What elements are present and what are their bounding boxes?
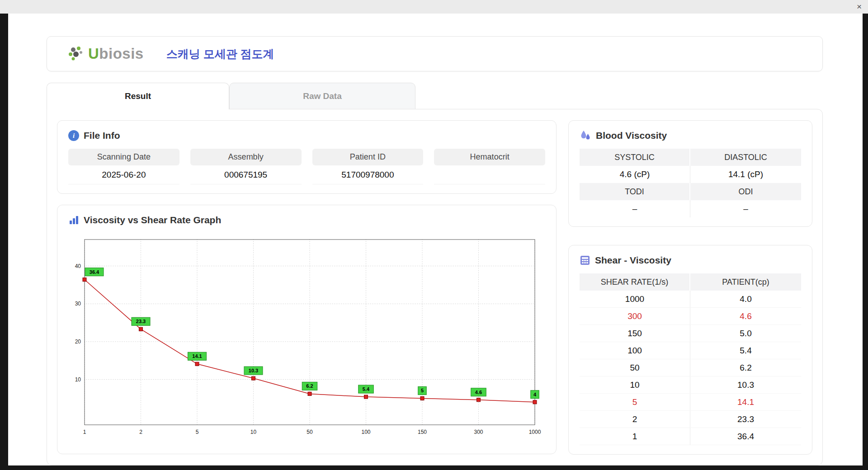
blood-viscosity-header-systolic: SYSTOLIC xyxy=(580,149,690,166)
patient-viscosity-cell: 14.1 xyxy=(690,394,801,410)
field-value: 2025-06-20 xyxy=(68,165,179,184)
shear-rate-cell: 2 xyxy=(580,411,690,428)
header-card: Ubiosis 스캐닝 모세관 점도계 xyxy=(47,36,823,71)
viscosity-chart: 125105010015030010001020304036.423.314.1… xyxy=(68,233,545,445)
blood-viscosity-header-row: TODIODI xyxy=(580,183,801,200)
svg-text:2: 2 xyxy=(139,429,142,435)
blood-viscosity-value: 14.1 (cP) xyxy=(690,166,801,183)
svg-text:20: 20 xyxy=(75,338,81,345)
patient-viscosity-cell: 4.6 xyxy=(690,308,801,324)
shear-rate-cell: 10 xyxy=(580,376,690,393)
svg-text:10: 10 xyxy=(250,429,257,435)
shear-rate-cell: 5 xyxy=(580,394,690,410)
table-row: 506.2 xyxy=(580,359,801,376)
tab-bar: Result Raw Data xyxy=(47,83,823,109)
blood-viscosity-value-row: 4.6 (cP)14.1 (cP) xyxy=(580,166,801,183)
shear-rate-cell: 1000 xyxy=(580,291,690,307)
graph-title: Viscosity vs Shear Rate Graph xyxy=(84,215,221,226)
data-point-marker xyxy=(420,396,424,400)
shear-rate-cell: 150 xyxy=(580,325,690,342)
patient-viscosity-cell: 36.4 xyxy=(690,428,801,445)
blood-viscosity-title-row: Blood Viscosity xyxy=(580,130,801,141)
logo-text: Ubiosis xyxy=(88,45,144,62)
column-header-patient-cp: PATIENT(cp) xyxy=(690,273,801,291)
table-row: 136.4 xyxy=(580,428,801,445)
svg-text:10: 10 xyxy=(75,376,81,383)
data-point-marker xyxy=(533,400,537,404)
svg-text:1000: 1000 xyxy=(529,429,541,435)
blood-viscosity-header-row: SYSTOLICDIASTOLIC xyxy=(580,149,801,166)
field-value: 000675195 xyxy=(190,165,302,184)
field-label: Assembly xyxy=(190,149,302,165)
patient-viscosity-cell: 5.0 xyxy=(690,325,801,342)
blood-viscosity-value: – xyxy=(580,200,690,217)
patient-viscosity-cell: 5.4 xyxy=(690,342,801,359)
data-point-marker xyxy=(195,362,199,366)
svg-text:5: 5 xyxy=(196,429,199,435)
table-row: 1505.0 xyxy=(580,325,801,342)
blood-droplet-icon xyxy=(580,130,591,141)
blood-viscosity-header-odi: ODI xyxy=(690,183,801,200)
file-info-card: i File Info Scanning Date2025-06-20Assem… xyxy=(57,120,557,194)
field-value xyxy=(434,165,545,184)
table-row: 1010.3 xyxy=(580,376,801,394)
ubiosis-logo: Ubiosis xyxy=(67,45,144,62)
graph-title-row: Viscosity vs Shear Rate Graph xyxy=(68,214,545,226)
table-row: 10004.0 xyxy=(580,291,801,308)
table-row: 3004.6 xyxy=(580,308,801,325)
close-icon[interactable]: × xyxy=(857,1,862,12)
patient-viscosity-cell: 23.3 xyxy=(690,411,801,428)
tab-raw-data[interactable]: Raw Data xyxy=(229,83,415,109)
svg-text:4: 4 xyxy=(533,392,537,397)
data-point-marker xyxy=(364,395,368,399)
info-icon: i xyxy=(68,130,79,141)
file-info-field-hematocrit: Hematocrit xyxy=(434,149,545,184)
app-window: Ubiosis 스캐닝 모세관 점도계 Result Raw Data i Fi… xyxy=(8,14,863,465)
file-info-field-scanning-date: Scanning Date2025-06-20 xyxy=(68,149,179,184)
data-point-marker xyxy=(139,327,143,331)
file-info-title-row: i File Info xyxy=(68,130,545,141)
table-row: 1005.4 xyxy=(580,342,801,359)
shear-viscosity-title-row: Shear - Viscosity xyxy=(580,254,801,266)
blood-viscosity-value: 4.6 (cP) xyxy=(580,166,690,183)
svg-text:30: 30 xyxy=(75,301,81,307)
shear-viscosity-table: SHEAR RATE(1/s)PATIENT(cp) 10004.03004.6… xyxy=(580,273,801,445)
table-row: 223.3 xyxy=(580,411,801,428)
blood-viscosity-title: Blood Viscosity xyxy=(596,130,667,141)
svg-text:14.1: 14.1 xyxy=(192,353,202,359)
shear-viscosity-card: Shear - Viscosity SHEAR RATE(1/s)PATIENT… xyxy=(568,245,812,455)
shear-viscosity-rows: 10004.03004.61505.01005.4506.21010.3514.… xyxy=(580,291,801,445)
viscosity-shear-chart: 125105010015030010001020304036.423.314.1… xyxy=(68,233,543,442)
table-row: 514.1 xyxy=(580,394,801,411)
column-header-shear-rate-1-s: SHEAR RATE(1/s) xyxy=(580,273,690,291)
svg-text:1: 1 xyxy=(83,429,86,435)
main-panel: i File Info Scanning Date2025-06-20Assem… xyxy=(47,109,823,465)
shear-viscosity-title: Shear - Viscosity xyxy=(595,255,671,266)
svg-text:40: 40 xyxy=(75,263,81,269)
svg-text:150: 150 xyxy=(418,429,427,435)
svg-text:23.3: 23.3 xyxy=(136,319,146,324)
blood-viscosity-table: SYSTOLICDIASTOLIC4.6 (cP)14.1 (cP)TODIOD… xyxy=(580,149,801,217)
file-info-field-patient-id: Patient ID51700978000 xyxy=(312,149,424,184)
right-column: Blood Viscosity SYSTOLICDIASTOLIC4.6 (cP… xyxy=(568,120,812,454)
shear-rate-cell: 1 xyxy=(580,428,690,445)
blood-viscosity-value: – xyxy=(690,200,801,217)
shear-rate-cell: 100 xyxy=(580,342,690,359)
svg-text:6.2: 6.2 xyxy=(306,383,313,389)
svg-text:4.6: 4.6 xyxy=(475,390,482,395)
svg-text:36.4: 36.4 xyxy=(90,269,99,275)
tab-result[interactable]: Result xyxy=(47,83,229,109)
patient-viscosity-cell: 10.3 xyxy=(690,376,801,393)
field-value: 51700978000 xyxy=(312,165,424,184)
svg-text:50: 50 xyxy=(307,429,313,435)
svg-text:5.4: 5.4 xyxy=(363,386,370,392)
page-title: 스캐닝 모세관 점도계 xyxy=(166,47,274,61)
file-info-field-assembly: Assembly000675195 xyxy=(190,149,302,184)
file-info-fields: Scanning Date2025-06-20Assembly000675195… xyxy=(68,149,545,184)
blood-viscosity-value-row: –– xyxy=(580,200,801,217)
bar-chart-icon xyxy=(68,215,79,226)
left-column: i File Info Scanning Date2025-06-20Assem… xyxy=(57,120,557,454)
shear-rate-cell: 300 xyxy=(580,308,690,324)
data-point-marker xyxy=(308,392,311,395)
blood-viscosity-header-diastolic: DIASTOLIC xyxy=(690,149,801,166)
